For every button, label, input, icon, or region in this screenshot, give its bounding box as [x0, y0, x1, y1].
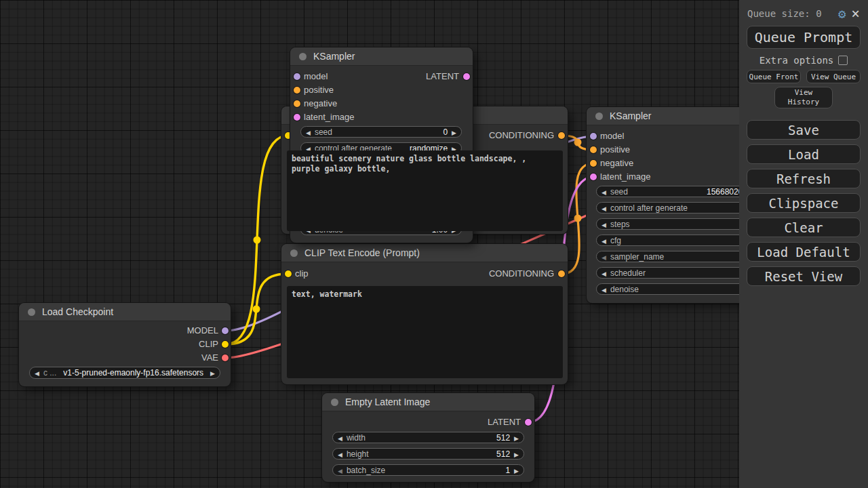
output-label: CLIP — [199, 338, 218, 351]
output-port-model[interactable] — [222, 327, 229, 334]
view-history-button[interactable]: View History — [774, 87, 833, 108]
close-icon[interactable]: × — [851, 7, 860, 20]
link-dot — [574, 215, 582, 222]
output-label: LATENT — [488, 415, 521, 429]
input-port-model[interactable] — [294, 73, 300, 80]
node-title: KSampler — [313, 51, 355, 62]
stepper-right-icon[interactable] — [514, 466, 519, 475]
output-port-vae[interactable] — [222, 354, 229, 361]
widget-value: 512 — [496, 433, 510, 443]
stepper-right-icon[interactable] — [452, 127, 456, 137]
stepper-left-icon[interactable] — [306, 127, 311, 137]
widget-label: control after generate — [610, 203, 688, 213]
queue-buttons-row: Queue Front View Queue — [747, 70, 861, 83]
widget-ckpt-name[interactable]: c ... v1-5-pruned-emaonly-fp16.safetenso… — [29, 367, 220, 379]
widget-value: 512 — [496, 449, 510, 459]
stepper-right-icon[interactable] — [514, 449, 519, 459]
widget-label: seed — [315, 127, 332, 137]
widget-label: batch_size — [347, 466, 385, 475]
output-port-conditioning[interactable] — [558, 270, 565, 277]
stepper-left-icon[interactable] — [601, 203, 606, 213]
queue-prompt-button[interactable]: Queue Prompt — [747, 26, 861, 49]
input-label: clip — [295, 267, 309, 281]
load-default-button[interactable]: Load Default — [747, 242, 861, 262]
node-empty-latent-image[interactable]: Empty Latent Image LATENT width 512 heig… — [322, 393, 534, 482]
reset-view-button[interactable]: Reset View — [747, 266, 861, 286]
prompt-textarea-positive[interactable]: beautiful scenery nature glass bottle la… — [287, 150, 563, 231]
stepper-left-icon[interactable] — [338, 433, 342, 443]
collapse-dot-icon[interactable] — [595, 113, 603, 120]
save-button[interactable]: Save — [747, 120, 861, 140]
stepper-left-icon[interactable] — [601, 268, 606, 278]
widget-label: denoise — [610, 285, 639, 294]
comfyui-canvas[interactable]: CLIP Text Encode (Prompt) clip CONDITION… — [0, 0, 868, 488]
widget-height[interactable]: height 512 — [332, 448, 524, 460]
input-port-negative[interactable] — [294, 100, 300, 107]
stepper-left-icon[interactable] — [601, 236, 606, 245]
node-title-bar[interactable]: KSampler — [290, 47, 473, 66]
node-title-bar[interactable]: CLIP Text Encode (Prompt) — [281, 244, 568, 262]
queue-front-button[interactable]: Queue Front — [747, 70, 801, 83]
stepper-left-icon[interactable] — [601, 285, 606, 294]
input-label: model — [600, 129, 624, 143]
output-label: LATENT — [426, 70, 459, 83]
input-port-clip[interactable] — [285, 270, 292, 277]
input-port-latent-image[interactable] — [294, 114, 300, 121]
widget-label: scheduler — [610, 268, 646, 278]
collapse-dot-icon[interactable] — [299, 53, 307, 60]
input-port-latent-image[interactable] — [590, 174, 597, 180]
extra-options-row: Extra options — [739, 55, 868, 66]
link-dot — [254, 237, 261, 244]
extra-options-checkbox[interactable] — [838, 56, 848, 65]
widget-batch-size[interactable]: batch_size 1 — [332, 464, 524, 476]
clear-button[interactable]: Clear — [747, 218, 861, 237]
input-port-positive[interactable] — [590, 146, 597, 153]
widget-label: width — [347, 433, 366, 443]
widget-label: height — [347, 449, 369, 459]
stepper-left-icon[interactable] — [338, 466, 342, 475]
output-label: VAE — [201, 351, 218, 365]
widget-label: cfg — [610, 236, 621, 245]
widget-width[interactable]: width 512 — [332, 432, 524, 443]
output-port-latent[interactable] — [463, 73, 470, 80]
stepper-left-icon[interactable] — [601, 252, 606, 262]
prompt-textarea-negative[interactable]: text, watermark — [287, 286, 563, 378]
input-label: latent_image — [304, 110, 354, 124]
node-title: CLIP Text Encode (Prompt) — [304, 247, 420, 258]
widget-value: 1 — [505, 466, 510, 475]
widget-label: c ... — [43, 368, 56, 378]
output-port-conditioning[interactable] — [558, 132, 565, 139]
refresh-button[interactable]: Refresh — [747, 169, 861, 188]
stepper-left-icon[interactable] — [601, 187, 606, 197]
node-load-checkpoint[interactable]: Load Checkpoint MODEL CLIP VAE c ... v1-… — [19, 303, 231, 386]
output-port-latent[interactable] — [525, 419, 532, 426]
clipspace-button[interactable]: Clipspace — [747, 193, 861, 213]
view-queue-button[interactable]: View Queue — [806, 70, 861, 83]
settings-gear-icon[interactable]: ⚙ — [838, 7, 846, 20]
stepper-left-icon[interactable] — [338, 449, 342, 459]
node-title: Empty Latent Image — [345, 396, 430, 407]
node-title-bar[interactable]: Empty Latent Image — [322, 393, 534, 411]
collapse-dot-icon[interactable] — [290, 249, 298, 257]
stepper-left-icon[interactable] — [35, 368, 39, 378]
widget-seed[interactable]: seed 0 — [300, 126, 462, 138]
stepper-right-icon[interactable] — [514, 433, 519, 443]
output-port-clip[interactable] — [222, 341, 229, 348]
stepper-right-icon[interactable] — [210, 368, 215, 378]
node-title-bar[interactable]: Load Checkpoint — [19, 303, 231, 321]
load-button[interactable]: Load — [747, 144, 861, 164]
input-label: negative — [304, 97, 337, 110]
output-label: CONDITIONING — [489, 267, 554, 281]
node-title: KSampler — [610, 110, 651, 121]
collapse-dot-icon[interactable] — [28, 308, 35, 316]
input-port-positive[interactable] — [294, 87, 300, 94]
stepper-left-icon[interactable] — [601, 220, 606, 229]
input-label: negative — [600, 157, 633, 170]
input-port-model[interactable] — [590, 133, 597, 140]
widget-label: steps — [610, 220, 630, 229]
collapse-dot-icon[interactable] — [331, 399, 338, 406]
node-clip-text-encode-bottom[interactable]: CLIP Text Encode (Prompt) clip CONDITION… — [281, 244, 568, 384]
widget-label: sampler_name — [610, 252, 664, 262]
comfy-menu-panel: Queue size: 0 ⚙ × Queue Prompt Extra opt… — [739, 0, 868, 488]
input-port-negative[interactable] — [590, 160, 597, 167]
